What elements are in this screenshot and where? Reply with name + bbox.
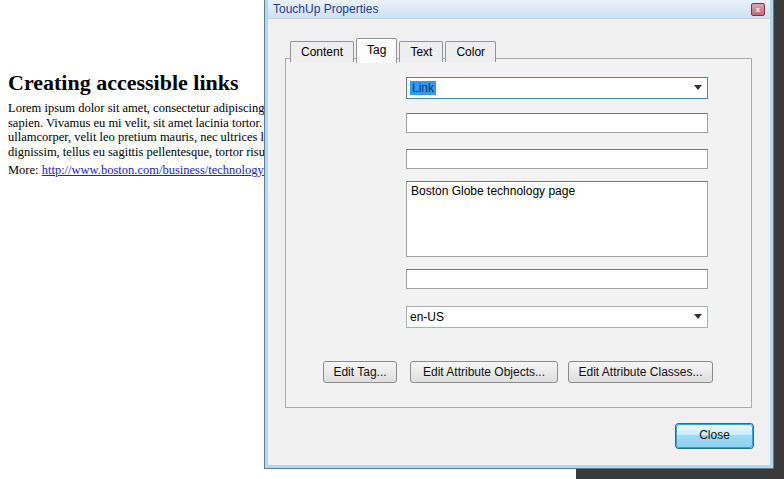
document-paragraph: Lorem ipsum dolor sit amet, consectetur … — [8, 101, 274, 159]
type-selected-value: Link — [410, 81, 436, 95]
id-input[interactable] — [406, 269, 708, 289]
dialog-body: Content Tag Text Color Type: Link Title:… — [268, 19, 770, 465]
screen: Creating accessible links Lorem ipsum do… — [0, 0, 784, 479]
touchup-properties-dialog: TouchUp Properties x Content Tag Text Co… — [265, 0, 773, 468]
close-button[interactable]: Close — [676, 424, 753, 448]
tab-tag[interactable]: Tag — [356, 38, 397, 63]
edit-attribute-classes-button[interactable]: Edit Attribute Classes... — [568, 361, 713, 383]
tab-strip: Content Tag Text Color — [290, 37, 498, 62]
document-hyperlink[interactable]: http://www.boston.com/business/technolog… — [42, 163, 268, 177]
dialog-title: TouchUp Properties — [273, 2, 378, 16]
language-combobox[interactable]: en-US — [406, 306, 708, 328]
actual-text-input[interactable] — [406, 149, 708, 169]
edit-attribute-objects-button[interactable]: Edit Attribute Objects... — [410, 361, 558, 383]
type-combobox[interactable]: Link — [406, 77, 708, 99]
chevron-down-icon — [694, 85, 702, 90]
tab-color[interactable]: Color — [445, 41, 496, 62]
language-selected-value: en-US — [410, 310, 444, 324]
close-icon[interactable]: x — [751, 3, 765, 16]
chevron-down-icon — [694, 314, 702, 319]
document-more-line: More: http://www.boston.com/business/tec… — [8, 163, 267, 178]
edit-tag-button[interactable]: Edit Tag... — [323, 361, 397, 383]
document-heading: Creating accessible links — [8, 70, 239, 96]
more-label: More: — [8, 163, 42, 177]
dialog-titlebar[interactable]: TouchUp Properties x — [268, 0, 770, 19]
alternate-text-textarea[interactable]: Boston Globe technology page — [406, 181, 708, 257]
tab-content[interactable]: Content — [290, 41, 354, 62]
tab-text[interactable]: Text — [399, 41, 443, 62]
title-input[interactable] — [406, 113, 708, 133]
